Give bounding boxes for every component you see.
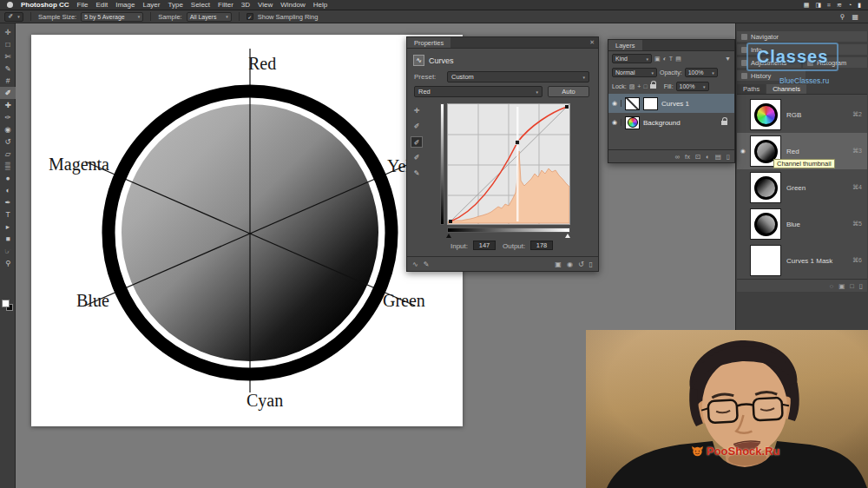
gray-point-eyedropper-icon[interactable]: ✐: [411, 136, 423, 148]
channel-row-curves-mask[interactable]: Curves 1 Mask ⌘6: [737, 242, 867, 279]
panel-tab-navigator[interactable]: Navigator: [737, 31, 867, 42]
status-clock-icon[interactable]: ◔: [848, 2, 852, 9]
type-tool[interactable]: T: [0, 208, 16, 221]
channel-dropdown[interactable]: Red ▾: [414, 86, 542, 97]
background-layer-thumbnail[interactable]: [625, 116, 640, 129]
quick-selection-tool[interactable]: ✎: [0, 63, 16, 75]
menu-image[interactable]: Image: [115, 1, 135, 9]
delete-channel-icon[interactable]: ▯: [859, 282, 863, 290]
lock-transparency-icon[interactable]: ▨: [629, 83, 635, 90]
shape-tool[interactable]: ■: [0, 233, 16, 245]
tab-paths[interactable]: Paths: [737, 84, 766, 94]
dodge-tool[interactable]: ◐: [0, 184, 16, 196]
pen-tool[interactable]: ✒: [0, 196, 16, 208]
filter-adjustment-icon[interactable]: ◐: [663, 56, 667, 62]
layer-style-icon[interactable]: fx: [685, 153, 690, 161]
green-channel-thumbnail[interactable]: [750, 172, 781, 203]
rgb-channel-thumbnail[interactable]: [750, 99, 781, 130]
menu-filter[interactable]: Filter: [218, 1, 233, 9]
gradient-tool[interactable]: ▒: [0, 160, 16, 172]
apple-menu-icon[interactable]: [7, 2, 13, 8]
channel-row-blue[interactable]: Blue ⌘5: [737, 206, 867, 242]
clone-stamp-tool[interactable]: ◉: [0, 123, 16, 135]
layer-row-curves-1[interactable]: ◉ Curves 1: [608, 94, 734, 113]
layer-mask-thumbnail[interactable]: [643, 97, 658, 110]
color-swatches[interactable]: [2, 300, 15, 313]
channel-row-rgb[interactable]: RGB ⌘2: [737, 96, 867, 133]
link-layers-icon[interactable]: ∞: [675, 153, 680, 161]
new-channel-icon[interactable]: □: [850, 282, 854, 290]
filter-pixel-icon[interactable]: ▣: [654, 56, 661, 63]
show-sampling-ring-checkbox[interactable]: ✓: [247, 13, 253, 20]
preset-dropdown[interactable]: Custom ▾: [447, 71, 589, 82]
brush-tool[interactable]: ✑: [0, 111, 16, 123]
hand-tool[interactable]: ☞: [0, 245, 16, 257]
auto-button[interactable]: Auto: [548, 86, 589, 97]
status-grid-icon[interactable]: ▦: [804, 2, 810, 9]
add-mask-icon[interactable]: ⊡: [695, 153, 700, 161]
status-battery-icon[interactable]: ▮: [858, 2, 861, 9]
mask-channel-thumbnail[interactable]: [750, 245, 781, 276]
menu-layer[interactable]: Layer: [142, 1, 160, 9]
output-value-field[interactable]: 178: [530, 241, 553, 250]
menu-view[interactable]: View: [258, 1, 273, 9]
input-value-field[interactable]: 147: [473, 241, 496, 250]
tab-layers[interactable]: Layers: [608, 40, 642, 50]
close-icon[interactable]: ✕: [589, 39, 595, 46]
load-selection-icon[interactable]: ◌: [830, 282, 833, 290]
menu-window[interactable]: Window: [280, 1, 305, 9]
status-contrast-icon[interactable]: ◨: [815, 2, 821, 9]
rectangular-marquee-tool[interactable]: □: [0, 38, 16, 50]
lock-all-icon[interactable]: [650, 84, 656, 89]
blend-mode-dropdown[interactable]: Normal ▾: [612, 68, 657, 77]
draw-curve-icon[interactable]: ✎: [424, 260, 430, 268]
channel-name[interactable]: Blue: [786, 221, 852, 228]
crop-tool[interactable]: #: [0, 75, 16, 87]
targeted-adjustment-icon[interactable]: ✛: [411, 105, 423, 116]
eraser-tool[interactable]: ▱: [0, 148, 16, 160]
tab-channels[interactable]: Channels: [766, 84, 806, 94]
black-point-eyedropper-icon[interactable]: ✐: [411, 121, 423, 132]
lock-image-icon[interactable]: □: [643, 83, 647, 89]
lasso-tool[interactable]: ✄: [0, 50, 16, 63]
channel-name[interactable]: Green: [786, 184, 852, 192]
curve-highlight-point[interactable]: [565, 105, 569, 109]
foreground-color-swatch[interactable]: [2, 300, 10, 307]
layer-name[interactable]: Curves 1: [661, 100, 689, 108]
curves-graph[interactable]: [447, 103, 570, 225]
menu-select[interactable]: Select: [191, 1, 210, 9]
delete-layer-icon[interactable]: ▯: [727, 153, 730, 161]
white-point-eyedropper-icon[interactable]: ✐: [411, 152, 423, 163]
filter-shape-icon[interactable]: ▤: [675, 56, 681, 63]
blur-tool[interactable]: ●: [0, 172, 16, 184]
zoom-tool[interactable]: ⚲: [0, 257, 16, 269]
history-brush-tool[interactable]: ↺: [0, 135, 16, 148]
pencil-icon[interactable]: ✎: [411, 168, 423, 179]
visibility-eye-icon[interactable]: ◉: [608, 100, 621, 107]
app-menu[interactable]: Photoshop CC: [21, 1, 69, 9]
highlight-slider[interactable]: [565, 234, 570, 238]
curves-adjustment-thumbnail[interactable]: [625, 97, 640, 110]
visibility-eye-icon[interactable]: ◉: [608, 119, 621, 126]
healing-brush-tool[interactable]: ✚: [0, 99, 16, 111]
clip-to-layer-icon[interactable]: ▣: [555, 260, 562, 268]
opacity-dropdown[interactable]: 100% ▾: [685, 68, 718, 77]
delete-adjustment-icon[interactable]: ▯: [589, 260, 593, 268]
layer-row-background[interactable]: ◉ Background: [608, 113, 734, 132]
menu-type[interactable]: Type: [168, 1, 182, 9]
visibility-eye-icon[interactable]: ◉: [740, 148, 750, 155]
menu-file[interactable]: File: [77, 1, 89, 9]
filter-kind-dropdown[interactable]: Kind ▾: [612, 54, 652, 63]
blue-channel-thumbnail[interactable]: [750, 208, 781, 240]
tab-properties[interactable]: Properties: [407, 37, 450, 48]
filter-type-icon[interactable]: T: [669, 56, 673, 62]
curve-shadow-point[interactable]: [449, 220, 452, 223]
eyedropper-tool[interactable]: ✐: [0, 87, 16, 99]
channel-name[interactable]: Red: [786, 148, 852, 155]
workspace-icon[interactable]: ▦: [852, 13, 858, 21]
save-selection-icon[interactable]: ▣: [838, 282, 845, 290]
menu-3d[interactable]: 3D: [241, 1, 250, 9]
sample-size-dropdown[interactable]: 5 by 5 Average ▾: [81, 12, 143, 22]
status-wifi-icon[interactable]: ≋: [837, 2, 842, 9]
fill-dropdown[interactable]: 100% ▾: [676, 82, 709, 91]
